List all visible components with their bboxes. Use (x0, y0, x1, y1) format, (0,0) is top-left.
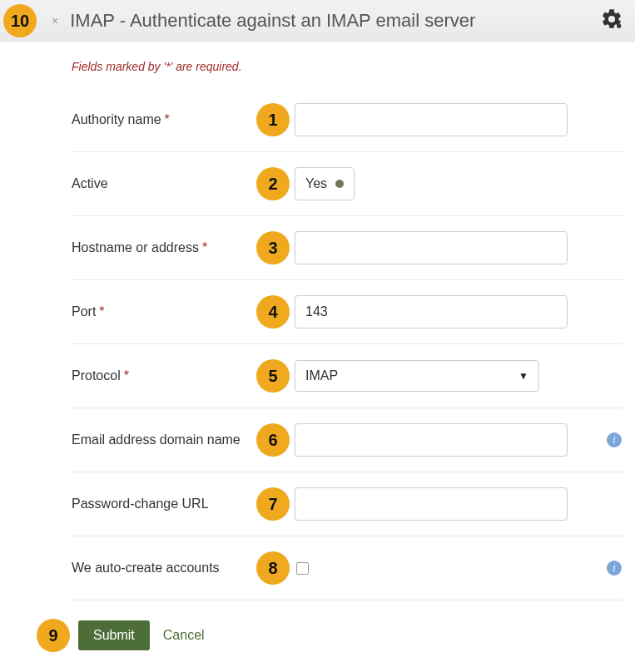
email-domain-input[interactable] (295, 423, 568, 457)
active-toggle[interactable]: Yes (295, 167, 355, 200)
svg-point-0 (617, 23, 621, 27)
step-marker-5: 5 (256, 359, 290, 393)
status-dot-icon (335, 180, 344, 188)
dialog-header: 10 × IMAP - Authenticate against an IMAP… (0, 0, 635, 42)
step-marker-3: 3 (256, 231, 290, 264)
row-hostname: Hostname or address * 3 (72, 216, 623, 280)
label-authority-name: Authority name * (72, 112, 256, 127)
label-text: Authority name (72, 112, 161, 127)
row-protocol: Protocol * 5 IMAP ▼ (72, 344, 623, 408)
row-active: Active 2 Yes (72, 152, 623, 216)
row-email-domain: Email address domain name 6 i (72, 408, 623, 472)
chevron-down-icon: ▼ (518, 370, 528, 382)
active-value: Yes (305, 176, 327, 191)
step-marker-7: 7 (256, 487, 290, 521)
info-icon[interactable]: i (607, 432, 622, 447)
step-marker-6: 6 (256, 423, 290, 457)
auto-create-checkbox[interactable] (296, 562, 309, 575)
label-text: We auto-create accounts (72, 561, 220, 576)
cancel-button[interactable]: Cancel (163, 628, 205, 643)
label-password-change-url: Password-change URL (72, 497, 256, 511)
row-password-change-url: Password-change URL 7 (72, 472, 623, 536)
protocol-select[interactable]: IMAP ▼ (295, 360, 539, 392)
label-text: Hostname or address (72, 240, 199, 255)
label-auto-create: We auto-create accounts (72, 561, 256, 576)
step-marker-2: 2 (256, 167, 290, 200)
label-text: Active (72, 176, 108, 191)
required-star: * (202, 240, 207, 255)
port-input[interactable] (295, 295, 568, 329)
label-active: Active (72, 176, 256, 191)
hostname-input[interactable] (295, 231, 568, 264)
required-star: * (124, 368, 129, 383)
row-auto-create: We auto-create accounts 8 i (72, 536, 623, 600)
form-actions: 9 Submit Cancel (37, 600, 623, 652)
row-authority-name: Authority name * 1 (72, 88, 623, 152)
form-body: Fields marked by '*' are required. Autho… (0, 42, 635, 652)
row-port: Port * 4 (72, 280, 623, 344)
required-star: * (165, 112, 170, 127)
label-text: Email address domain name (72, 432, 241, 447)
protocol-value: IMAP (305, 368, 338, 383)
authority-name-input[interactable] (295, 103, 568, 136)
label-text: Password-change URL (72, 497, 209, 511)
label-text: Port (72, 304, 96, 319)
password-change-url-input[interactable] (295, 487, 568, 521)
required-star: * (99, 304, 104, 319)
label-hostname: Hostname or address * (72, 240, 256, 255)
step-marker-10: 10 (3, 4, 37, 37)
label-protocol: Protocol * (72, 368, 256, 383)
info-icon[interactable]: i (607, 561, 622, 576)
submit-button[interactable]: Submit (78, 620, 150, 650)
label-email-domain: Email address domain name (72, 432, 256, 447)
step-marker-8: 8 (256, 551, 290, 585)
required-fields-note: Fields marked by '*' are required. (72, 60, 623, 73)
dialog-title: IMAP - Authenticate against an IMAP emai… (70, 10, 475, 32)
label-text: Protocol (72, 368, 121, 383)
gear-icon[interactable] (600, 7, 623, 34)
close-icon[interactable]: × (52, 14, 58, 27)
step-marker-4: 4 (256, 295, 290, 329)
step-marker-1: 1 (256, 103, 290, 136)
label-port: Port * (72, 304, 256, 319)
step-marker-9: 9 (37, 619, 70, 652)
